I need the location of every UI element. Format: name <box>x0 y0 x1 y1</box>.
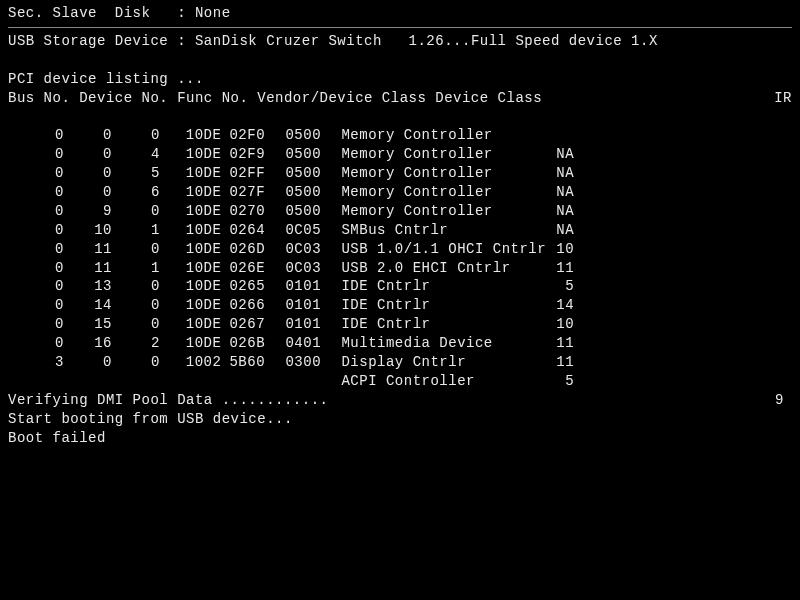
bus-no: 0 <box>24 183 72 202</box>
device-class: USB 1.0/1.1 OHCI Cntrlr <box>341 240 554 259</box>
irq: 11 <box>554 334 582 353</box>
class-code: 0300 <box>285 353 341 372</box>
device-id: 02F9 <box>229 145 285 164</box>
device-class: Multimedia Device <box>341 334 554 353</box>
irq: 5 <box>554 372 582 391</box>
sec-slave-label: Sec. Slave Disk : <box>8 5 195 21</box>
pci-device-table: 000 10DE02F00500Memory Controller004 10D… <box>24 126 582 390</box>
vendor-id: 10DE <box>168 334 229 353</box>
trailing-irq: 9 <box>775 391 792 410</box>
dmi-verify-line: Verifying DMI Pool Data ............9 <box>8 391 792 410</box>
device-no: 0 <box>72 353 120 372</box>
usb-storage-line: USB Storage Device : SanDisk Cruzer Swit… <box>8 32 792 51</box>
device-class: Display Cntrlr <box>341 353 554 372</box>
vendor-id: 10DE <box>168 240 229 259</box>
sec-slave-line: Sec. Slave Disk : None <box>8 4 792 23</box>
vendor-id: 10DE <box>168 259 229 278</box>
func-no: 0 <box>120 202 168 221</box>
func-no: 0 <box>120 277 168 296</box>
table-row: 000 10DE02F00500Memory Controller <box>24 126 582 145</box>
table-row: 0162 10DE026B0401Multimedia Device11 <box>24 334 582 353</box>
class-code: 0500 <box>285 202 341 221</box>
usb-storage-label: USB Storage Device : <box>8 33 195 49</box>
device-id: 027F <box>229 183 285 202</box>
class-code: 0101 <box>285 296 341 315</box>
sec-slave-value: None <box>195 5 231 21</box>
device-no: 15 <box>72 315 120 334</box>
device-id: 0266 <box>229 296 285 315</box>
bus-no: 0 <box>24 145 72 164</box>
device-no: 16 <box>72 334 120 353</box>
class-code: 0500 <box>285 183 341 202</box>
device-no: 10 <box>72 221 120 240</box>
device-class: Memory Controller <box>341 202 554 221</box>
irq: 14 <box>554 296 582 315</box>
bus-no: 0 <box>24 296 72 315</box>
irq: 11 <box>554 259 582 278</box>
device-class: IDE Cntrlr <box>341 296 554 315</box>
blank-line <box>8 107 792 126</box>
device-class: IDE Cntrlr <box>341 277 554 296</box>
device-id: 02FF <box>229 164 285 183</box>
func-no: 0 <box>120 126 168 145</box>
blank-line <box>8 51 792 70</box>
vendor-id: 10DE <box>168 277 229 296</box>
table-row: 006 10DE027F0500Memory ControllerNA <box>24 183 582 202</box>
device-no: 11 <box>72 259 120 278</box>
device-id <box>229 372 285 391</box>
vendor-id: 10DE <box>168 145 229 164</box>
device-id: 02F0 <box>229 126 285 145</box>
irq: 10 <box>554 240 582 259</box>
vendor-id: 10DE <box>168 202 229 221</box>
table-row: 005 10DE02FF0500Memory ControllerNA <box>24 164 582 183</box>
bus-no: 0 <box>24 126 72 145</box>
divider <box>8 27 792 28</box>
device-class: USB 2.0 EHCI Cntrlr <box>341 259 554 278</box>
table-row: 0150 10DE02670101IDE Cntrlr10 <box>24 315 582 334</box>
class-code: 0C03 <box>285 240 341 259</box>
table-row: 0101 10DE02640C05SMBus CntrlrNA <box>24 221 582 240</box>
device-no <box>72 372 120 391</box>
device-no: 14 <box>72 296 120 315</box>
device-no: 0 <box>72 183 120 202</box>
vendor-id: 10DE <box>168 126 229 145</box>
irq: NA <box>554 145 582 164</box>
irq: 10 <box>554 315 582 334</box>
bus-no: 0 <box>24 334 72 353</box>
device-no: 13 <box>72 277 120 296</box>
boot-failed-line: Boot failed <box>8 429 792 448</box>
device-class: ACPI Controller <box>341 372 554 391</box>
func-no: 1 <box>120 221 168 240</box>
device-class: SMBus Cntrlr <box>341 221 554 240</box>
device-id: 0265 <box>229 277 285 296</box>
device-id: 0270 <box>229 202 285 221</box>
bus-no: 0 <box>24 164 72 183</box>
device-id: 0267 <box>229 315 285 334</box>
bus-no: 0 <box>24 221 72 240</box>
irq <box>554 126 582 145</box>
irq: 5 <box>554 277 582 296</box>
class-code: 0101 <box>285 315 341 334</box>
func-no: 4 <box>120 145 168 164</box>
device-id: 5B60 <box>229 353 285 372</box>
vendor-id: 10DE <box>168 183 229 202</box>
class-code: 0500 <box>285 164 341 183</box>
irq: NA <box>554 183 582 202</box>
func-no: 0 <box>120 315 168 334</box>
func-no: 0 <box>120 240 168 259</box>
device-class: IDE Cntrlr <box>341 315 554 334</box>
bus-no: 0 <box>24 315 72 334</box>
device-class: Memory Controller <box>341 145 554 164</box>
irq: 11 <box>554 353 582 372</box>
bus-no: 0 <box>24 202 72 221</box>
class-code <box>285 372 341 391</box>
class-code: 0C03 <box>285 259 341 278</box>
device-class: Memory Controller <box>341 164 554 183</box>
device-id: 026E <box>229 259 285 278</box>
table-row: 0130 10DE02650101IDE Cntrlr5 <box>24 277 582 296</box>
device-class: Memory Controller <box>341 183 554 202</box>
table-row: 300 10025B600300Display Cntrlr11 <box>24 353 582 372</box>
func-no: 0 <box>120 353 168 372</box>
usb-storage-value: SanDisk Cruzer Switch 1.26...Full Speed … <box>195 33 658 49</box>
func-no: 6 <box>120 183 168 202</box>
